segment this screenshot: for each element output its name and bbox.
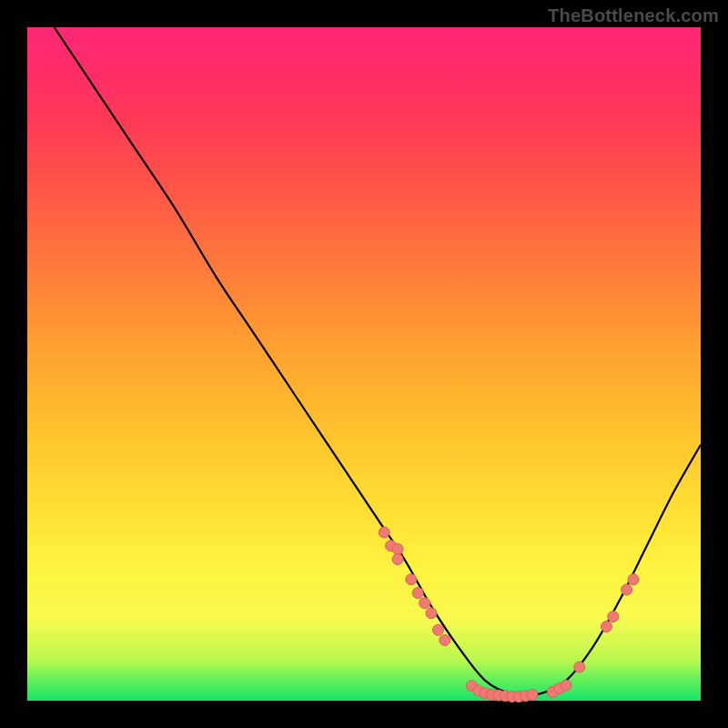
watermark-text: TheBottleneck.com — [548, 5, 719, 26]
data-marker — [406, 574, 417, 585]
data-marker — [574, 662, 585, 672]
data-marker — [561, 680, 571, 691]
plot-area — [27, 27, 701, 701]
data-marker — [622, 584, 632, 595]
marker-group — [379, 527, 639, 703]
data-marker — [412, 588, 423, 599]
bottleneck-curve — [55, 27, 701, 695]
data-marker — [379, 527, 389, 538]
data-marker — [440, 634, 450, 645]
data-marker — [392, 544, 403, 555]
data-marker — [608, 612, 619, 622]
data-marker — [426, 608, 437, 619]
data-marker — [420, 598, 430, 609]
data-marker — [392, 554, 403, 565]
data-marker — [527, 689, 538, 700]
chart-frame: TheBottleneck.com — [0, 0, 728, 728]
data-marker — [601, 622, 612, 632]
data-marker — [432, 624, 443, 635]
data-marker — [628, 574, 639, 585]
chart-svg — [27, 27, 701, 701]
